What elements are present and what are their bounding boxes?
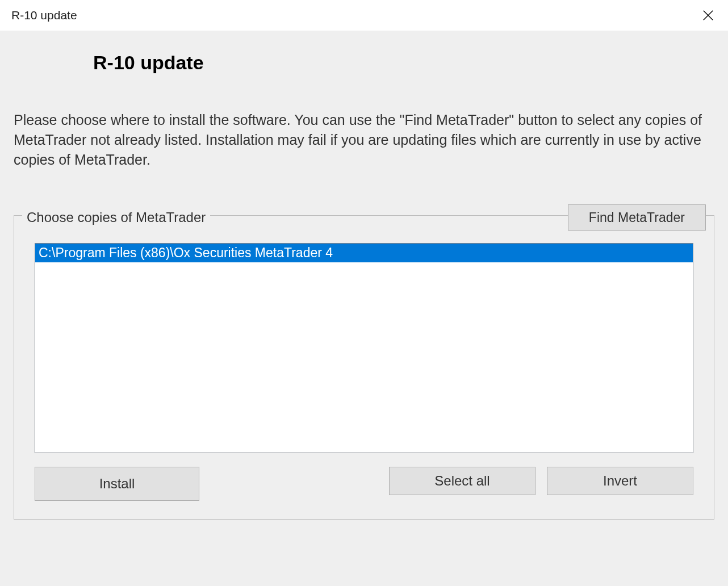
metatrader-fieldset: Choose copies of MetaTrader Find MetaTra… (14, 215, 714, 520)
spacer (211, 467, 378, 501)
button-row: Install Select all Invert (35, 467, 693, 501)
invert-button[interactable]: Invert (547, 467, 693, 495)
list-item[interactable]: C:\Program Files (x86)\Ox Securities Met… (35, 244, 693, 262)
titlebar: R-10 update (0, 0, 728, 31)
close-button[interactable] (700, 7, 717, 24)
find-metatrader-button[interactable]: Find MetaTrader (568, 204, 706, 231)
close-icon (702, 9, 714, 22)
content-area: R-10 update Please choose where to insta… (0, 31, 728, 586)
fieldset-legend: Choose copies of MetaTrader (22, 210, 210, 225)
metatrader-listbox[interactable]: C:\Program Files (x86)\Ox Securities Met… (35, 243, 693, 453)
select-all-button[interactable]: Select all (389, 467, 535, 495)
window-title: R-10 update (11, 9, 77, 22)
install-button[interactable]: Install (35, 467, 199, 501)
page-heading: R-10 update (93, 52, 714, 74)
description-text: Please choose where to install the softw… (14, 110, 714, 170)
installer-window: R-10 update R-10 update Please choose wh… (0, 0, 728, 586)
fieldset-legend-row: Choose copies of MetaTrader Find MetaTra… (14, 204, 714, 231)
